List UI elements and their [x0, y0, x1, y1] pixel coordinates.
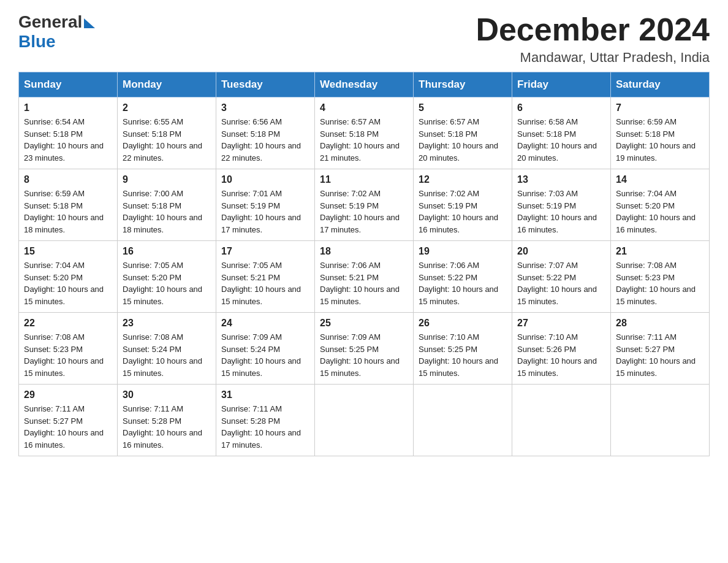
day-number: 21 [616, 246, 704, 257]
day-number: 12 [419, 174, 507, 185]
day-info: Sunrise: 7:11 AMSunset: 5:28 PMDaylight:… [123, 403, 211, 451]
day-info: Sunrise: 7:11 AMSunset: 5:28 PMDaylight:… [221, 403, 309, 451]
calendar-cell: 7Sunrise: 6:59 AMSunset: 5:18 PMDaylight… [611, 98, 710, 169]
day-info: Sunrise: 6:59 AMSunset: 5:18 PMDaylight:… [616, 116, 704, 164]
header-thursday: Thursday [414, 72, 512, 98]
calendar-cell: 12Sunrise: 7:02 AMSunset: 5:19 PMDayligh… [414, 169, 512, 241]
page-header: General Blue December 2024 Mandawar, Utt… [18, 12, 710, 66]
day-number: 19 [419, 246, 507, 257]
header-friday: Friday [512, 72, 611, 98]
day-info: Sunrise: 7:11 AMSunset: 5:27 PMDaylight:… [24, 403, 112, 451]
day-info: Sunrise: 7:10 AMSunset: 5:26 PMDaylight:… [517, 331, 605, 379]
calendar-cell: 6Sunrise: 6:58 AMSunset: 5:18 PMDaylight… [512, 98, 611, 169]
day-info: Sunrise: 7:07 AMSunset: 5:22 PMDaylight:… [517, 259, 605, 307]
day-info: Sunrise: 7:09 AMSunset: 5:24 PMDaylight:… [221, 331, 309, 379]
day-info: Sunrise: 7:05 AMSunset: 5:21 PMDaylight:… [221, 259, 309, 307]
day-info: Sunrise: 7:01 AMSunset: 5:19 PMDaylight:… [221, 188, 309, 236]
day-number: 25 [320, 318, 408, 329]
calendar-cell: 16Sunrise: 7:05 AMSunset: 5:20 PMDayligh… [118, 241, 216, 313]
header-saturday: Saturday [611, 72, 710, 98]
day-info: Sunrise: 6:59 AMSunset: 5:18 PMDaylight:… [24, 188, 112, 236]
day-number: 4 [320, 102, 408, 113]
header-tuesday: Tuesday [216, 72, 315, 98]
day-number: 3 [221, 102, 309, 113]
calendar-cell: 13Sunrise: 7:03 AMSunset: 5:19 PMDayligh… [512, 169, 611, 241]
location-text: Mandawar, Uttar Pradesh, India [476, 50, 710, 66]
calendar-cell: 14Sunrise: 7:04 AMSunset: 5:20 PMDayligh… [611, 169, 710, 241]
calendar-cell: 21Sunrise: 7:08 AMSunset: 5:23 PMDayligh… [611, 241, 710, 313]
calendar-cell [611, 385, 710, 456]
calendar-cell: 10Sunrise: 7:01 AMSunset: 5:19 PMDayligh… [216, 169, 315, 241]
calendar-cell: 28Sunrise: 7:11 AMSunset: 5:27 PMDayligh… [611, 313, 710, 385]
logo-triangle-icon [84, 18, 95, 28]
day-number: 10 [221, 174, 309, 185]
day-info: Sunrise: 7:11 AMSunset: 5:27 PMDaylight:… [616, 331, 704, 379]
day-info: Sunrise: 7:08 AMSunset: 5:24 PMDaylight:… [123, 331, 211, 379]
day-number: 26 [419, 318, 507, 329]
day-info: Sunrise: 6:57 AMSunset: 5:18 PMDaylight:… [320, 116, 408, 164]
day-number: 6 [517, 102, 605, 113]
day-number: 13 [517, 174, 605, 185]
day-number: 22 [24, 318, 112, 329]
day-info: Sunrise: 7:10 AMSunset: 5:25 PMDaylight:… [419, 331, 507, 379]
day-number: 17 [221, 246, 309, 257]
calendar-cell: 24Sunrise: 7:09 AMSunset: 5:24 PMDayligh… [216, 313, 315, 385]
calendar-cell: 1Sunrise: 6:54 AMSunset: 5:18 PMDaylight… [19, 98, 118, 169]
header-wednesday: Wednesday [315, 72, 414, 98]
day-number: 29 [24, 389, 112, 400]
day-info: Sunrise: 6:57 AMSunset: 5:18 PMDaylight:… [419, 116, 507, 164]
day-number: 23 [123, 318, 211, 329]
calendar-cell [414, 385, 512, 456]
day-info: Sunrise: 7:09 AMSunset: 5:25 PMDaylight:… [320, 331, 408, 379]
day-number: 7 [616, 102, 704, 113]
day-info: Sunrise: 7:02 AMSunset: 5:19 PMDaylight:… [419, 188, 507, 236]
day-info: Sunrise: 6:54 AMSunset: 5:18 PMDaylight:… [24, 116, 112, 164]
calendar-cell: 22Sunrise: 7:08 AMSunset: 5:23 PMDayligh… [19, 313, 118, 385]
day-info: Sunrise: 7:04 AMSunset: 5:20 PMDaylight:… [616, 188, 704, 236]
day-number: 18 [320, 246, 408, 257]
calendar-cell: 15Sunrise: 7:04 AMSunset: 5:20 PMDayligh… [19, 241, 118, 313]
logo-general-text: General [18, 12, 82, 32]
calendar-cell: 23Sunrise: 7:08 AMSunset: 5:24 PMDayligh… [118, 313, 216, 385]
calendar-cell: 2Sunrise: 6:55 AMSunset: 5:18 PMDaylight… [118, 98, 216, 169]
calendar-week-row: 8Sunrise: 6:59 AMSunset: 5:18 PMDaylight… [19, 169, 710, 241]
calendar-cell: 17Sunrise: 7:05 AMSunset: 5:21 PMDayligh… [216, 241, 315, 313]
calendar-table: SundayMondayTuesdayWednesdayThursdayFrid… [18, 72, 710, 456]
calendar-week-row: 29Sunrise: 7:11 AMSunset: 5:27 PMDayligh… [19, 385, 710, 456]
day-number: 1 [24, 102, 112, 113]
calendar-cell: 29Sunrise: 7:11 AMSunset: 5:27 PMDayligh… [19, 385, 118, 456]
day-number: 8 [24, 174, 112, 185]
header-monday: Monday [118, 72, 216, 98]
day-number: 31 [221, 389, 309, 400]
calendar-header-row: SundayMondayTuesdayWednesdayThursdayFrid… [19, 72, 710, 98]
calendar-cell: 11Sunrise: 7:02 AMSunset: 5:19 PMDayligh… [315, 169, 414, 241]
calendar-cell [512, 385, 611, 456]
calendar-cell: 5Sunrise: 6:57 AMSunset: 5:18 PMDaylight… [414, 98, 512, 169]
calendar-cell: 27Sunrise: 7:10 AMSunset: 5:26 PMDayligh… [512, 313, 611, 385]
calendar-cell: 19Sunrise: 7:06 AMSunset: 5:22 PMDayligh… [414, 241, 512, 313]
day-number: 15 [24, 246, 112, 257]
header-sunday: Sunday [19, 72, 118, 98]
calendar-cell: 8Sunrise: 6:59 AMSunset: 5:18 PMDaylight… [19, 169, 118, 241]
day-number: 20 [517, 246, 605, 257]
day-number: 11 [320, 174, 408, 185]
calendar-cell: 4Sunrise: 6:57 AMSunset: 5:18 PMDaylight… [315, 98, 414, 169]
day-number: 24 [221, 318, 309, 329]
calendar-cell: 18Sunrise: 7:06 AMSunset: 5:21 PMDayligh… [315, 241, 414, 313]
day-number: 30 [123, 389, 211, 400]
day-info: Sunrise: 7:00 AMSunset: 5:18 PMDaylight:… [123, 188, 211, 236]
day-info: Sunrise: 6:58 AMSunset: 5:18 PMDaylight:… [517, 116, 605, 164]
day-number: 27 [517, 318, 605, 329]
calendar-week-row: 22Sunrise: 7:08 AMSunset: 5:23 PMDayligh… [19, 313, 710, 385]
day-info: Sunrise: 7:08 AMSunset: 5:23 PMDaylight:… [616, 259, 704, 307]
day-info: Sunrise: 7:02 AMSunset: 5:19 PMDaylight:… [320, 188, 408, 236]
calendar-week-row: 1Sunrise: 6:54 AMSunset: 5:18 PMDaylight… [19, 98, 710, 169]
calendar-cell: 3Sunrise: 6:56 AMSunset: 5:18 PMDaylight… [216, 98, 315, 169]
day-info: Sunrise: 7:08 AMSunset: 5:23 PMDaylight:… [24, 331, 112, 379]
calendar-cell [315, 385, 414, 456]
month-title: December 2024 [476, 12, 710, 47]
day-info: Sunrise: 6:56 AMSunset: 5:18 PMDaylight:… [221, 116, 309, 164]
day-number: 9 [123, 174, 211, 185]
calendar-cell: 30Sunrise: 7:11 AMSunset: 5:28 PMDayligh… [118, 385, 216, 456]
logo-blue-text: Blue [18, 32, 56, 52]
